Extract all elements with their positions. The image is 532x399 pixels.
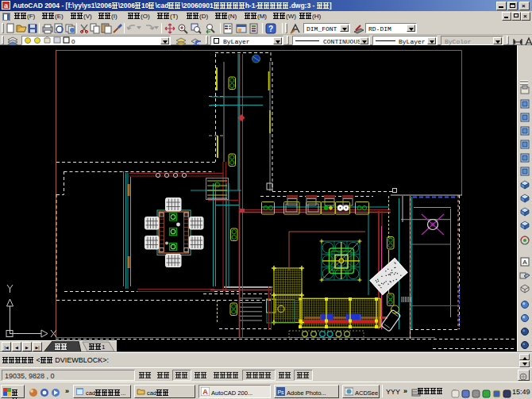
svg-text:A: A — [202, 388, 208, 396]
svg-text:A: A — [522, 259, 527, 266]
svg-text:?: ? — [268, 25, 273, 33]
svg-text:Ps: Ps — [277, 389, 284, 395]
